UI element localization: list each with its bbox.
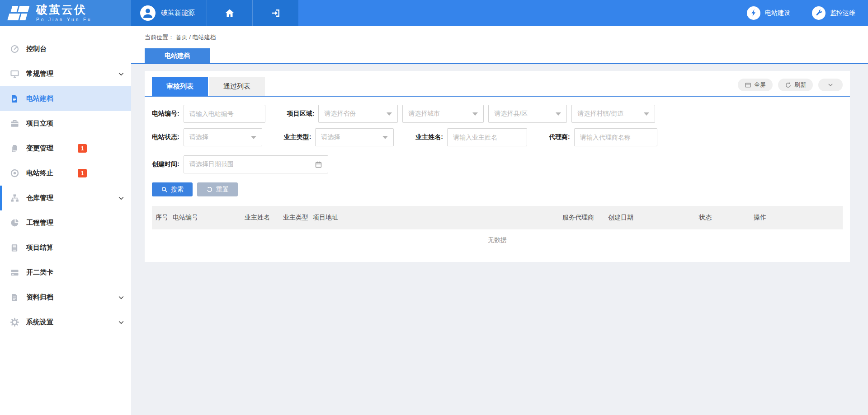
column-header-owner-type: 业主类型 [283,214,313,222]
sidebar-item-general-management[interactable]: 常规管理 [0,61,131,86]
owner-type-select[interactable]: 请选择 [315,128,394,146]
gauge-icon [9,44,20,54]
refresh-icon [785,82,792,89]
sidebar-item-label: 电站终止 [26,169,53,177]
sidebar-item-label: 项目结算 [26,243,53,252]
nav-label: 电站建设 [765,9,790,17]
brand-logo: 破茧云伏 Po Jian Yun Fu [0,0,131,26]
circle-dot-icon [9,168,20,178]
search-button[interactable]: 搜索 [152,182,193,196]
page-tab-station-filing[interactable]: 电站建档 [145,48,210,63]
region-label: 项目区域: [287,110,315,118]
panel-card: 审核列表 通过列表 全屏 刷新 [145,71,850,262]
town-select[interactable]: 请选择村镇/街道 [571,105,655,123]
tab-review-list[interactable]: 审核列表 [152,77,208,96]
chevron-down-icon [118,319,125,326]
pages-icon [9,144,20,153]
sidebar-item-label: 开二类卡 [26,268,53,277]
caret-down-icon [556,112,561,116]
city-select[interactable]: 请选择城市 [402,105,484,123]
sidebar-item-label: 控制台 [26,45,47,53]
sidebar-item-warehouse-management[interactable]: 仓库管理 [0,186,131,210]
chevron-down-icon [118,70,125,78]
results-table: 序号 电站编号 业主姓名 业主类型 项目地址 服务代理商 创建日期 状态 操作 … [152,206,843,251]
sidebar-item-project-initiation[interactable]: 项目立项 [0,111,131,136]
fullscreen-button[interactable]: 全屏 [738,79,773,91]
sidebar-item-label: 资料归档 [26,293,53,302]
station-status-select[interactable]: 请选择 [184,128,262,146]
column-header-index: 序号 [152,214,169,222]
column-header-project-address: 项目地址 [313,214,562,222]
company-name: 破茧新能源 [161,9,195,17]
sidebar-item-type2-card[interactable]: 开二类卡 [0,260,131,285]
search-icon [161,186,168,193]
home-button[interactable] [207,0,253,26]
wrench-icon [812,6,826,20]
sidebar-item-label: 系统设置 [26,318,53,326]
sidebar: 控制台 常规管理 电站建档 项目立项 变更管理 1 电站终止 1 仓库管理 工程… [0,26,131,415]
sidebar-item-label: 变更管理 [26,144,53,153]
active-indicator [0,186,2,210]
pie-chart-icon [9,218,20,228]
column-header-actions: 操作 [754,214,843,222]
reset-icon [206,186,213,193]
select-placeholder: 请选择县/区 [494,110,528,118]
document-icon [9,94,20,103]
caret-down-icon [644,112,649,116]
sidebar-item-station-filing[interactable]: 电站建档 [0,86,131,111]
county-select[interactable]: 请选择县/区 [488,105,567,123]
sitemap-icon [9,193,20,203]
brand-subtitle: Po Jian Yun Fu [36,17,92,22]
lightning-icon [747,6,760,20]
content: 审核列表 通过列表 全屏 刷新 [131,64,868,262]
brand-mark-icon [7,5,31,21]
nav-station-construction[interactable]: 电站建设 [747,6,790,20]
date-range-picker[interactable]: 请选择日期范围 [184,155,328,173]
page-topbar: 当前位置： 首页 / 电站建档 电站建档 [131,26,868,64]
sidebar-item-dashboard[interactable]: 控制台 [0,37,131,61]
app-header: 破茧云伏 Po Jian Yun Fu 破茧新能源 电站建设 监控运维 [0,0,868,26]
station-status-label: 电站状态: [152,133,179,141]
tab-passed-list[interactable]: 通过列表 [209,77,265,96]
sidebar-item-label: 电站建档 [26,94,53,103]
fullscreen-icon [745,82,751,89]
reset-button[interactable]: 重置 [197,182,238,196]
agent-input[interactable] [574,128,657,146]
card-stack-icon [9,268,20,277]
sidebar-item-label: 工程管理 [26,219,53,227]
date-placeholder: 请选择日期范围 [189,160,234,168]
province-select[interactable]: 请选择省份 [318,105,398,123]
sidebar-item-label: 仓库管理 [26,194,53,202]
column-header-station-no: 电站编号 [169,214,245,222]
reset-label: 重置 [216,186,229,194]
sidebar-item-station-termination[interactable]: 电站终止 1 [0,161,131,186]
collapse-button[interactable] [818,79,843,91]
user-menu[interactable]: 破茧新能源 [131,0,207,26]
sidebar-item-engineering-management[interactable]: 工程管理 [0,210,131,235]
sidebar-item-data-archive[interactable]: 资料归档 [0,285,131,310]
chevron-down-icon [827,82,834,88]
calendar-icon [315,161,322,168]
notification-badge: 1 [78,169,87,177]
refresh-button[interactable]: 刷新 [778,79,813,91]
select-placeholder: 请选择 [189,133,208,141]
login-arrow-icon [270,8,281,19]
sidebar-item-system-settings[interactable]: 系统设置 [0,310,131,335]
owner-name-label: 业主姓名: [415,133,443,141]
header-right-nav: 电站建设 监控运维 [298,0,868,26]
sidebar-item-label: 常规管理 [26,70,53,78]
select-placeholder: 请选择 [321,133,340,141]
create-time-label: 创建时间: [152,160,179,168]
header-middle: 破茧新能源 [131,0,298,26]
logout-button[interactable] [253,0,298,26]
sidebar-item-change-management[interactable]: 变更管理 1 [0,136,131,161]
breadcrumb-path[interactable]: 首页 / 电站建档 [176,34,216,41]
station-no-input[interactable] [184,105,265,123]
sidebar-item-project-settlement[interactable]: 项目结算 [0,235,131,260]
select-placeholder: 请选择村镇/街道 [577,110,623,118]
owner-name-input[interactable] [447,128,527,146]
gear-icon [9,317,20,327]
search-label: 搜索 [171,186,184,194]
nav-monitoring-ops[interactable]: 监控运维 [812,6,855,20]
station-no-label: 电站编号: [152,110,179,118]
